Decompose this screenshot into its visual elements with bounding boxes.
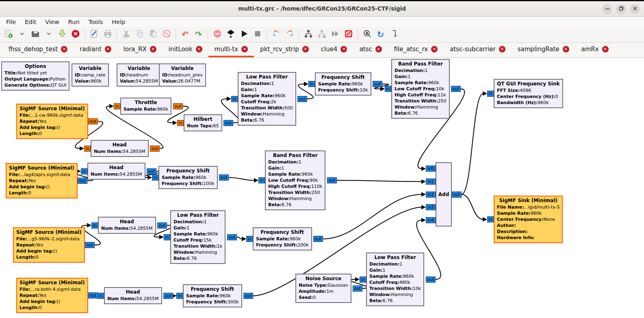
block-qt_freq_sink[interactable]: QT GUI Frequency SinkFFT Size:4096Center… [494,79,563,108]
block-bpf_mid[interactable]: Band Pass FilterDecimation:1Gain:1Sample… [265,150,325,210]
port-hilbert-in[interactable]: in [177,120,184,126]
open-file-button[interactable] [29,28,41,41]
generate-button[interactable] [224,28,237,41]
port-head_3-in[interactable]: in [91,222,98,229]
tab-lora_RX[interactable]: lora_RX✕ [117,43,163,57]
port-freq_shift_100k-in[interactable]: in [152,174,158,181]
port-sigmf_sink-in[interactable]: in [487,216,494,222]
block-freq_shift_200k[interactable]: Frequency ShiftSample Rate:960kFrequency… [253,227,312,250]
rotate-cw-button[interactable] [283,28,296,41]
port-bpf_mid-out[interactable]: out [327,177,337,183]
tab-close-icon[interactable]: ✕ [105,46,111,52]
port-add-out[interactable]: out [452,192,462,198]
errors-check-button[interactable] [211,28,223,41]
minimize-button[interactable] [602,4,612,14]
port-head_4-out[interactable]: out [163,293,173,299]
restore-button[interactable] [616,4,626,14]
close-button[interactable] [630,4,640,14]
tab-initLook[interactable]: initLook✕ [163,43,208,57]
block-freq_shift_100k[interactable]: Frequency ShiftSample Rate:960kFrequency… [158,166,218,189]
block-throttle[interactable]: ThrottleSample Rate:960k [120,98,171,115]
port-add-in4[interactable]: in4 [426,217,436,223]
tab-close-icon[interactable]: ✕ [499,46,505,52]
block-var_samp_rate[interactable]: VariableID:samp_rateValue:960k [72,63,109,87]
port-freq_shift_300k-out[interactable]: out [243,293,253,299]
port-sigmf_source_2-out[interactable]: out [78,178,87,184]
menu-help[interactable]: Help [107,18,130,26]
close-tab-button[interactable] [69,28,82,41]
tab-close-icon[interactable]: ✕ [150,46,156,52]
disable-block-button[interactable] [315,28,328,41]
menu-file[interactable]: File [2,18,20,26]
block-lpf_480k[interactable]: Low Pass FilterDecimation:1Gain:1Sample … [366,253,424,306]
block-head_3[interactable]: HeadNum Items:54.2855M [98,217,156,234]
tab-pkt_rcv_strip[interactable]: pkt_rcv_strip✕ [254,43,315,57]
flowgraph-canvas[interactable]: OptionsTitle:Not titled yetOutput Langua… [0,58,644,318]
execute-button[interactable] [238,28,250,41]
port-add-in3[interactable]: in3 [426,204,436,210]
port-head_2-out[interactable]: out [147,168,156,174]
enable-block-button[interactable] [302,28,314,41]
port-head_4-in[interactable]: in [98,293,104,299]
port-freq_shift_100k-out[interactable]: out [219,174,229,181]
menu-tools[interactable]: Tools [84,18,108,26]
theme-arrow-button[interactable] [388,28,400,41]
reload-blocks-button[interactable]: ↻ [374,28,387,41]
block-sigmf_source_1[interactable]: SigMF Source (Minimal)File:...1-cw-960k.… [16,104,88,139]
undo-button[interactable]: ↶ [179,28,191,41]
block-sigmf_source_3[interactable]: SigMF Source (Minimal)File:...g5-960k-2.… [13,227,85,263]
tab-samplingRate[interactable]: samplingRate✕ [512,43,575,57]
block-head_4[interactable]: HeadNum Items:54.2855M [104,287,162,304]
block-var_headnum_prev[interactable]: VariableID:headnum_prevValue:26.0477M [159,63,206,87]
block-sigmf_sink[interactable]: SigMF Sink (Minimal)File Name:...igid/mu… [494,196,563,243]
rotate-ccw-button[interactable] [270,28,282,41]
block-freq_shift_300k[interactable]: Frequency ShiftSample Rate:960kFrequency… [183,284,242,307]
port-throttle-in[interactable]: in [114,103,120,109]
tab-close-icon[interactable]: ✕ [302,46,309,52]
block-lpf_15k[interactable]: Low Pass FilterDecimation:1Gain:1Sample … [170,210,226,264]
port-qt_freq_sink-in[interactable]: in [487,91,494,97]
port-lpf_15k-in[interactable]: in [164,234,170,240]
delete-button[interactable] [160,28,173,41]
port-bpf_mid-in[interactable]: in [258,177,265,183]
tab-close-icon[interactable]: ✕ [375,46,382,52]
port-freq_shift_300k-in[interactable]: in [176,293,183,299]
print-button[interactable] [101,28,114,41]
kill-button[interactable] [251,28,264,41]
tab-amRx[interactable]: amRx✕ [575,43,615,57]
block-add[interactable]: Add [436,162,452,227]
menu-view[interactable]: View [41,18,63,26]
tab-close-icon[interactable]: ✕ [61,46,67,52]
tab-close-icon[interactable]: ✕ [602,46,609,52]
port-add-in2[interactable]: in2 [426,192,436,198]
block-head_2[interactable]: HeadNum Items:54.2855M [87,163,145,180]
port-sigmf_source_1-out[interactable]: out [88,118,98,124]
port-head_2-in[interactable]: in [81,168,87,174]
block-freq_shift_10k[interactable]: Frequency ShiftSample Rate:960kFrequency… [315,72,371,96]
tab-atsc-subcarrier[interactable]: atsc-subcarrier✕ [444,43,511,57]
port-lpf_480k-out[interactable]: out [426,277,436,283]
port-noise_source-out[interactable]: out [353,285,362,292]
port-freq_shift_200k-out[interactable]: out [313,236,323,242]
port-add-in0[interactable]: in0 [426,166,436,172]
tab-close-icon[interactable]: ✕ [241,46,248,52]
port-bpf_top-in[interactable]: in [385,86,391,92]
port-head_3-out[interactable]: out [157,222,167,229]
block-sigmf_source_2[interactable]: SigMF Source (Minimal)File:...lag4/aprs.… [6,163,78,198]
port-lpf_15k-out[interactable]: out [227,234,237,240]
run-errors-button[interactable] [342,28,355,41]
port-lpf_2k-in[interactable]: in [231,96,238,102]
port-sigmf_source_3-out[interactable]: out [85,242,95,248]
tab-close-icon[interactable]: ✕ [196,46,202,52]
tab-close-icon[interactable]: ✕ [563,46,569,52]
port-lpf_480k-in[interactable]: in [360,277,366,283]
block-options[interactable]: OptionsTitle:Not titled yetOutput Langua… [1,61,69,91]
port-head_1-in[interactable]: in [84,146,91,152]
tab-radiant[interactable]: radiant✕ [74,43,117,57]
block-bpf_top[interactable]: Band Pass FilterDecimation:1Gain:1Sample… [391,59,450,119]
edit-properties-button[interactable] [88,28,100,41]
port-add-in1[interactable]: in1 [426,179,436,185]
redo-button[interactable]: ↷ [192,28,205,41]
port-sigmf_source_4-out[interactable]: out [88,292,98,298]
port-head_1-out[interactable]: out [150,146,160,152]
